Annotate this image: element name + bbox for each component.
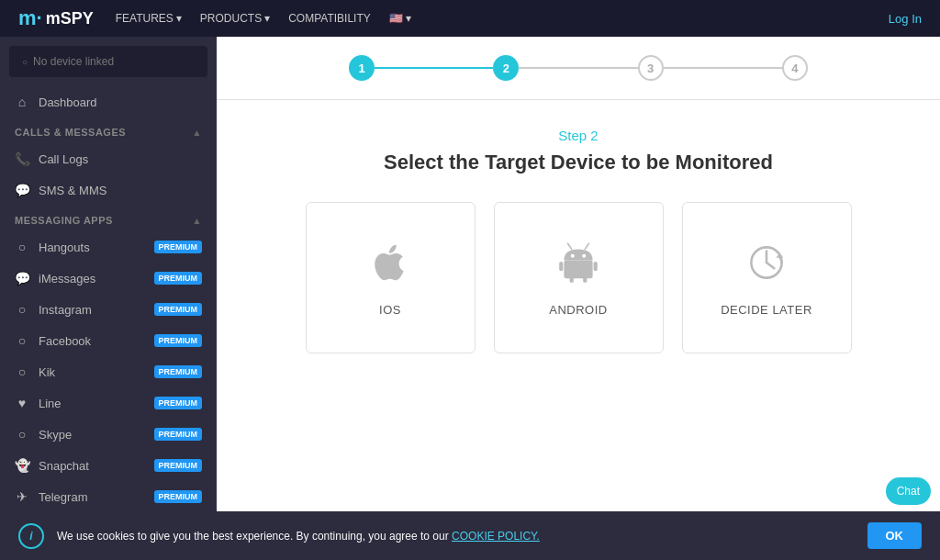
cookie-policy-link[interactable]: COOKIE POLICY. xyxy=(452,530,540,543)
sidebar-item-kik[interactable]: ○ Kik PREMIUM xyxy=(0,356,217,387)
premium-badge: PREMIUM xyxy=(154,365,203,378)
flag-icon: 🇺🇸 xyxy=(389,12,403,25)
premium-badge: PREMIUM xyxy=(154,428,203,441)
premium-badge: PREMIUM xyxy=(154,272,203,285)
premium-badge: PREMIUM xyxy=(154,334,203,347)
content-area: 1 2 3 4 Step 2 Select the Target Device … xyxy=(217,37,940,560)
step-line-2-3 xyxy=(519,67,637,69)
premium-badge: PREMIUM xyxy=(154,490,203,503)
section-calls-messages[interactable]: CALLS & MESSAGES ▲ xyxy=(0,118,217,143)
svg-rect-3 xyxy=(570,277,574,283)
sidebar-item-instagram[interactable]: ○ Instagram PREMIUM xyxy=(0,294,217,325)
svg-point-7 xyxy=(571,254,575,258)
sidebar-item-line[interactable]: ♥ Line PREMIUM xyxy=(0,387,217,419)
sidebar-item-dashboard[interactable]: ⌂ Dashboard xyxy=(0,86,217,118)
logo-icon: m· xyxy=(18,6,42,30)
svg-marker-12 xyxy=(776,253,783,258)
info-icon: i xyxy=(18,523,44,549)
sidebar-item-label: Line xyxy=(39,397,62,410)
section-messaging-apps[interactable]: MESSAGING APPS ▲ xyxy=(0,206,217,231)
phone-icon: 📞 xyxy=(15,151,29,166)
telegram-icon: ✈ xyxy=(15,489,29,504)
step-4-circle: 4 xyxy=(782,55,808,81)
imessages-icon: 💬 xyxy=(15,271,29,286)
svg-rect-2 xyxy=(594,262,598,271)
svg-rect-0 xyxy=(564,260,592,278)
svg-rect-4 xyxy=(583,277,587,283)
step-1-circle: 1 xyxy=(349,55,375,81)
skype-icon: ○ xyxy=(15,427,29,442)
sidebar-item-skype[interactable]: ○ Skype PREMIUM xyxy=(0,419,217,450)
cookie-bar: i We use cookies to give you the best ex… xyxy=(0,511,940,560)
hangouts-icon: ○ xyxy=(15,240,29,254)
step-2-circle: 2 xyxy=(493,55,519,81)
svg-rect-1 xyxy=(559,262,563,271)
step-line-1-2 xyxy=(375,67,493,69)
sidebar-item-label: Skype xyxy=(39,428,72,442)
sms-icon: 💬 xyxy=(15,183,29,197)
chevron-down-icon: ▾ xyxy=(406,12,411,25)
sidebar-item-label: SMS & MMS xyxy=(39,184,106,197)
instagram-icon: ○ xyxy=(15,302,29,317)
svg-line-11 xyxy=(767,263,774,268)
sidebar-item-snapchat[interactable]: 👻 Snapchat PREMIUM xyxy=(0,450,217,481)
sidebar-item-facebook[interactable]: ○ Facebook PREMIUM xyxy=(0,325,217,356)
step-label: Step 2 xyxy=(558,128,598,143)
sidebar-item-label: Facebook xyxy=(39,334,91,348)
line-icon: ♥ xyxy=(15,396,29,410)
premium-badge: PREMIUM xyxy=(154,303,203,316)
ios-label: IOS xyxy=(379,303,401,317)
step-3-circle: 3 xyxy=(638,55,664,81)
sidebar-item-label: Hangouts xyxy=(39,241,90,254)
sidebar-item-telegram[interactable]: ✈ Telegram PREMIUM xyxy=(0,481,217,512)
logo[interactable]: m· mSPY xyxy=(18,6,94,30)
device-card-ios[interactable]: IOS xyxy=(306,202,476,353)
nav-features[interactable]: FEATURES ▾ xyxy=(116,12,182,25)
nav-products[interactable]: PRODUCTS ▾ xyxy=(200,12,270,25)
sidebar-item-call-logs[interactable]: 📞 Call Logs xyxy=(0,143,217,174)
svg-line-5 xyxy=(568,243,572,249)
sidebar-item-label: Instagram xyxy=(39,303,92,317)
premium-badge: PREMIUM xyxy=(154,241,203,253)
home-icon: ⌂ xyxy=(15,95,29,109)
step-progress: 1 2 3 4 xyxy=(217,37,940,100)
chat-button[interactable]: Chat xyxy=(886,477,931,505)
snapchat-icon: 👻 xyxy=(15,458,29,473)
chevron-up-icon: ▲ xyxy=(193,128,202,138)
apple-icon xyxy=(366,239,414,290)
sidebar-item-hangouts[interactable]: ○ Hangouts PREMIUM xyxy=(0,231,217,263)
main-card: Step 2 Select the Target Device to be Mo… xyxy=(217,100,940,560)
kik-icon: ○ xyxy=(15,364,29,379)
android-label: ANDROID xyxy=(549,303,607,317)
chevron-down-icon: ▾ xyxy=(264,12,270,25)
cookie-ok-button[interactable]: OK xyxy=(867,522,923,549)
logo-text: mSPY xyxy=(46,9,94,28)
device-status: No device linked xyxy=(9,46,207,77)
chevron-down-icon: ▾ xyxy=(176,12,182,25)
sidebar-item-label: Call Logs xyxy=(39,152,88,166)
facebook-icon: ○ xyxy=(15,333,29,348)
step-bar: 1 2 3 4 xyxy=(349,55,808,81)
clock-refresh-icon xyxy=(743,239,790,290)
android-icon xyxy=(554,239,602,290)
sidebar-item-label: Snapchat xyxy=(39,459,89,473)
sidebar-item-label: Dashboard xyxy=(39,95,97,109)
sidebar-item-sms-mms[interactable]: 💬 SMS & MMS xyxy=(0,174,217,206)
device-card-later[interactable]: DECIDE LATER xyxy=(682,202,852,353)
nav-compatibility[interactable]: COMPATIBILITY xyxy=(288,12,371,25)
top-navigation: m· mSPY FEATURES ▾ PRODUCTS ▾ COMPATIBIL… xyxy=(0,0,940,37)
svg-point-8 xyxy=(582,254,586,258)
login-button[interactable]: Log In xyxy=(889,12,922,26)
later-label: DECIDE LATER xyxy=(721,303,812,317)
sidebar-item-imessages[interactable]: 💬 iMessages PREMIUM xyxy=(0,263,217,294)
main-layout: No device linked ⌂ Dashboard CALLS & MES… xyxy=(0,37,940,560)
chevron-up-icon: ▲ xyxy=(193,216,202,226)
step-title: Select the Target Device to be Monitored xyxy=(384,151,773,174)
language-selector[interactable]: 🇺🇸 ▾ xyxy=(389,12,411,25)
sidebar: No device linked ⌂ Dashboard CALLS & MES… xyxy=(0,37,217,560)
sidebar-item-label: Kik xyxy=(39,365,55,379)
device-card-android[interactable]: ANDROID xyxy=(494,202,664,353)
svg-line-6 xyxy=(585,243,588,249)
premium-badge: PREMIUM xyxy=(154,459,203,472)
step-line-3-4 xyxy=(664,67,782,69)
